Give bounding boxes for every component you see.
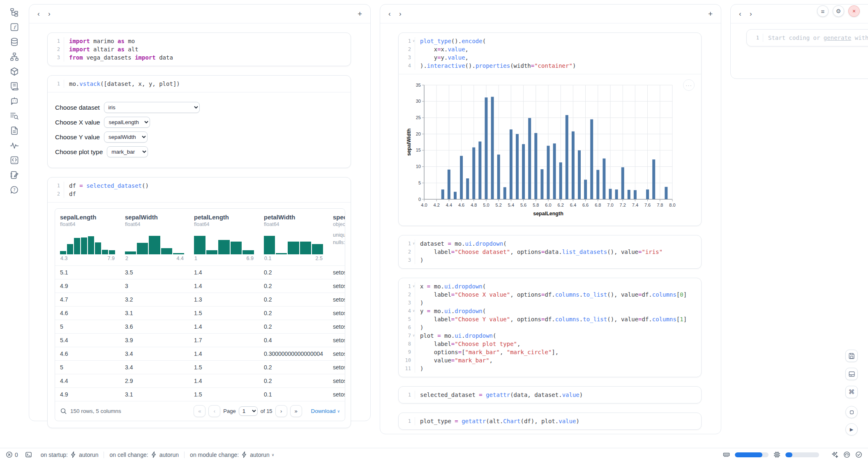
line-number: 1 bbox=[48, 37, 64, 45]
table-cell: 3.4 bbox=[120, 347, 189, 361]
file-tree-icon[interactable] bbox=[9, 7, 19, 17]
menu-button[interactable]: ≡ bbox=[817, 5, 829, 17]
column-next-button[interactable]: › bbox=[399, 10, 410, 18]
page-select[interactable]: 1 bbox=[239, 406, 258, 416]
prev-page-button[interactable]: ‹ bbox=[208, 405, 220, 417]
keyboard-shortcuts-button[interactable]: ⌘ bbox=[845, 386, 858, 398]
dependency-graph-icon[interactable] bbox=[9, 52, 19, 62]
x-value-dropdown[interactable]: sepalLength bbox=[104, 117, 150, 128]
table-cell: setosa bbox=[328, 347, 345, 361]
table-cell: 5 bbox=[55, 361, 120, 374]
generate-with-ai-link[interactable]: generate bbox=[824, 35, 851, 41]
logs-icon[interactable] bbox=[9, 81, 19, 91]
copilot-icon[interactable] bbox=[843, 451, 850, 458]
fold-chevron-icon[interactable]: ∨ bbox=[413, 332, 415, 340]
on-module-change-setting[interactable]: on module change: autorun ∨ bbox=[190, 451, 274, 458]
search-icon[interactable] bbox=[60, 408, 67, 415]
code-editor[interactable]: 1df = selected_dataset()2df bbox=[48, 177, 351, 202]
cell-selected-dataset: 1selected_dataset = getattr(data, datase… bbox=[398, 386, 702, 403]
run-all-button[interactable]: ▶ bbox=[845, 423, 858, 436]
chart-bar bbox=[590, 119, 593, 199]
code-line: 4∨y = mo.ui.dropdown( bbox=[399, 307, 701, 315]
activity-sidebar: f? bbox=[0, 0, 29, 448]
connection-status-icon[interactable] bbox=[855, 451, 862, 458]
table-footer: 150 rows, 5 columns « ‹ Page 1 of 15 › »… bbox=[55, 401, 345, 421]
x-tick-label: 7.4 bbox=[632, 203, 638, 207]
histogram-bar bbox=[95, 242, 101, 254]
tracing-icon[interactable] bbox=[9, 141, 19, 150]
on-startup-setting[interactable]: on startup: autorun bbox=[41, 451, 99, 458]
help-icon[interactable]: ? bbox=[9, 185, 19, 195]
on-cell-change-setting[interactable]: on cell change: autorun bbox=[109, 451, 179, 458]
x-tick-label: 5.0 bbox=[483, 203, 489, 207]
plot-type-dropdown[interactable]: mark_bar bbox=[107, 146, 148, 157]
chart-bar bbox=[441, 189, 444, 199]
settings-gear-button[interactable]: ⚙ bbox=[833, 5, 844, 17]
layout-toggle-button[interactable] bbox=[845, 368, 858, 380]
table-row: 53.41.50.2setosa bbox=[55, 361, 345, 374]
column-next-button[interactable]: › bbox=[750, 10, 760, 18]
dataset-dropdown[interactable]: iris bbox=[104, 102, 200, 113]
notebook-column-3: ‹ › 1 Start coding or generate with AI bbox=[730, 4, 868, 79]
bolt-icon bbox=[150, 451, 157, 458]
close-button[interactable]: × bbox=[848, 5, 860, 17]
code-editor[interactable]: 1selected_dataset = getattr(data, datase… bbox=[399, 387, 701, 403]
chart-bar bbox=[516, 134, 519, 199]
code-editor[interactable]: 1∨plot_type().encode(2 x=x.value,3 y=y.v… bbox=[399, 33, 701, 74]
scratchpad-toggle-button[interactable] bbox=[845, 406, 858, 418]
histogram-bar bbox=[161, 248, 172, 254]
line-number: 2 bbox=[399, 248, 415, 256]
table-cell: 4.9 bbox=[55, 279, 120, 293]
code-editor[interactable]: 1mo.vstack([dataset, x, y, plot]) bbox=[48, 76, 351, 92]
bolt-icon bbox=[241, 451, 248, 458]
download-button[interactable]: Download ∨ bbox=[311, 408, 340, 414]
column-prev-button[interactable]: ‹ bbox=[37, 10, 48, 18]
ai-sparkles-icon[interactable] bbox=[831, 451, 838, 458]
line-number: 11 bbox=[399, 364, 415, 373]
column-prev-button[interactable]: ‹ bbox=[739, 10, 750, 18]
add-cell-button[interactable]: + bbox=[708, 9, 713, 18]
fold-chevron-icon[interactable]: ∨ bbox=[413, 240, 415, 248]
table-cell: 4.6 bbox=[55, 307, 120, 320]
code-editor[interactable]: 1∨dataset = mo.ui.dropdown(2 label="Choo… bbox=[399, 235, 701, 268]
fold-chevron-icon[interactable]: ∨ bbox=[413, 282, 415, 290]
fold-chevron-icon[interactable]: ∨ bbox=[413, 37, 415, 45]
errors-icon bbox=[6, 451, 13, 458]
code-editor[interactable]: 1∨x = mo.ui.dropdown(2 label="Choose X v… bbox=[399, 278, 701, 377]
code-output-icon[interactable] bbox=[9, 155, 19, 165]
error-count-badge[interactable]: 0 bbox=[6, 451, 18, 458]
column-next-button[interactable]: › bbox=[48, 10, 59, 18]
chart-bar bbox=[634, 190, 637, 199]
fold-chevron-icon[interactable]: ∨ bbox=[413, 307, 415, 315]
column-header-sepalWidth: sepalWidth float64 24.4 bbox=[120, 209, 189, 266]
code-editor[interactable]: 1 Start coding or generate with AI bbox=[747, 30, 868, 46]
code-editor[interactable]: 1import marimo as mo2import altair as al… bbox=[48, 33, 351, 66]
ram-icon bbox=[723, 451, 730, 458]
y-value-dropdown[interactable]: sepalWidth bbox=[104, 131, 148, 143]
altair-chart[interactable]: 4.04.24.44.64.85.05.25.45.65.86.06.26.46… bbox=[399, 74, 701, 226]
code-line: 9 options=["mark_bar", "mark_circle"], bbox=[399, 348, 701, 356]
save-button[interactable] bbox=[845, 350, 858, 362]
functions-icon[interactable]: f bbox=[9, 22, 19, 32]
page-range: of 15 bbox=[261, 408, 272, 414]
column-prev-button[interactable]: ‹ bbox=[388, 10, 399, 18]
search-logs-icon[interactable] bbox=[9, 111, 19, 121]
add-cell-button[interactable]: + bbox=[358, 9, 362, 18]
first-page-button[interactable]: « bbox=[194, 405, 205, 417]
x-tick-label: 7.2 bbox=[620, 203, 626, 207]
database-icon[interactable] bbox=[9, 37, 19, 47]
chat-icon[interactable] bbox=[9, 96, 19, 106]
code-editor[interactable]: 1plot_type = getattr(alt.Chart(df), plot… bbox=[399, 413, 701, 429]
chart-menu-button[interactable]: ··· bbox=[683, 79, 695, 91]
table-cell: setosa bbox=[328, 374, 345, 388]
x-tick-label: 6.8 bbox=[595, 203, 601, 207]
scratchpad-icon[interactable] bbox=[9, 170, 19, 180]
last-page-button[interactable]: » bbox=[290, 405, 302, 417]
packages-icon[interactable] bbox=[9, 67, 19, 76]
dataframe-table: sepalLength float64 4.37.9 sepalWidth fl… bbox=[55, 208, 345, 421]
table-row: 4.931.40.2setosa bbox=[55, 279, 345, 293]
terminal-icon[interactable] bbox=[25, 451, 32, 458]
chart-bar bbox=[503, 187, 506, 199]
snippets-icon[interactable] bbox=[9, 126, 19, 136]
next-page-button[interactable]: › bbox=[275, 405, 287, 417]
